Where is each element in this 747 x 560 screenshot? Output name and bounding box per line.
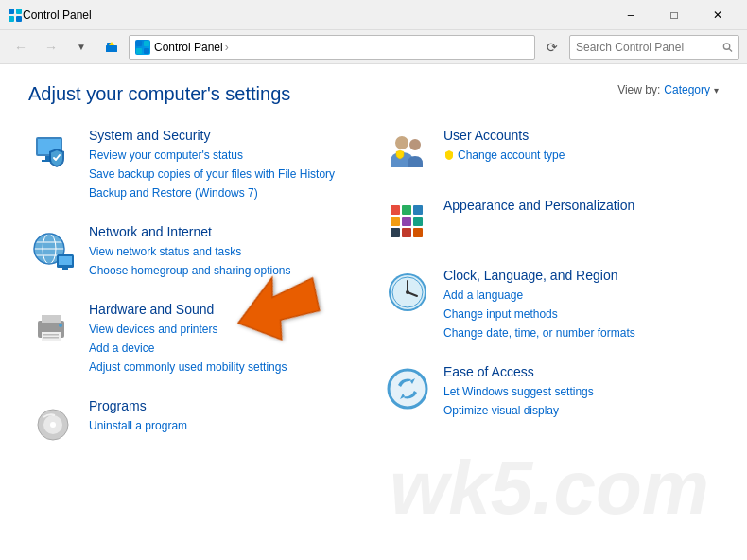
clock-language-link-1[interactable]: Add a language: [443, 287, 719, 304]
programs-icon: [28, 398, 78, 447]
network-internet-icon: [28, 224, 78, 273]
hardware-sound-text: Hardware and Sound View devices and prin…: [89, 302, 364, 377]
programs-link-1[interactable]: Uninstall a program: [89, 417, 364, 434]
system-security-title[interactable]: System and Security: [89, 128, 364, 143]
ease-of-access-item: Ease of Access Let Windows suggest setti…: [383, 364, 719, 421]
system-security-icon: [28, 128, 78, 177]
search-bar[interactable]: [569, 35, 739, 60]
address-icon: [135, 40, 150, 55]
network-internet-link-2[interactable]: Choose homegroup and sharing options: [89, 262, 364, 279]
left-column: System and Security Review your computer…: [28, 128, 364, 468]
appearance-icon: [383, 198, 432, 247]
hardware-sound-item: Hardware and Sound View devices and prin…: [28, 302, 364, 377]
view-by-value[interactable]: Category: [664, 83, 710, 96]
user-accounts-link-1[interactable]: Change account type: [443, 147, 719, 164]
clock-language-item: Clock, Language, and Region Add a langua…: [383, 268, 719, 343]
user-accounts-title[interactable]: User Accounts: [443, 128, 719, 143]
svg-rect-25: [62, 268, 68, 270]
user-accounts-icon: [383, 128, 432, 177]
system-security-link-1[interactable]: Review your computer's status: [89, 147, 364, 164]
back-button[interactable]: ←: [8, 34, 34, 61]
svg-rect-5: [106, 45, 117, 52]
hardware-sound-link-1[interactable]: View devices and printers: [89, 321, 364, 338]
network-internet-title[interactable]: Network and Internet: [89, 224, 364, 239]
svg-rect-8: [144, 41, 149, 46]
refresh-button[interactable]: ⟳: [539, 34, 565, 61]
search-icon: [722, 42, 733, 53]
system-security-item: System and Security Review your computer…: [28, 128, 364, 203]
svg-line-12: [729, 48, 732, 51]
window-title: Control Panel: [23, 9, 609, 22]
window-controls: – □ ✕: [609, 0, 739, 30]
svg-rect-41: [391, 217, 400, 226]
svg-rect-27: [42, 315, 61, 323]
appearance-text: Appearance and Personalization: [443, 198, 719, 217]
clock-language-link-3[interactable]: Change date, time, or number formats: [443, 324, 719, 341]
svg-rect-44: [391, 228, 400, 237]
network-internet-link-1[interactable]: View network status and tasks: [89, 243, 364, 260]
hardware-sound-link-3[interactable]: Adjust commonly used mobility settings: [89, 359, 364, 376]
network-internet-item: Network and Internet View network status…: [28, 224, 364, 281]
system-security-text: System and Security Review your computer…: [89, 128, 364, 203]
clock-language-link-2[interactable]: Change input methods: [443, 306, 719, 323]
maximize-button[interactable]: □: [652, 0, 696, 30]
programs-text: Programs Uninstall a program: [89, 398, 364, 436]
ease-of-access-link-1[interactable]: Let Windows suggest settings: [443, 383, 719, 400]
svg-rect-39: [402, 205, 411, 215]
address-bar[interactable]: Control Panel ›: [129, 35, 535, 60]
svg-rect-2: [9, 16, 14, 22]
svg-point-37: [409, 139, 421, 150]
ease-of-access-link-2[interactable]: Optimize visual display: [443, 402, 719, 419]
page-header: Adjust your computer's settings View by:…: [28, 83, 719, 105]
svg-rect-24: [59, 256, 72, 265]
hardware-sound-icon: [28, 302, 78, 351]
main-content: wk5.com Adjust your computer's settings …: [0, 64, 747, 560]
svg-rect-10: [144, 48, 149, 54]
up-button[interactable]: [98, 34, 125, 61]
svg-point-11: [723, 43, 729, 48]
hardware-sound-title[interactable]: Hardware and Sound: [89, 302, 364, 317]
hardware-sound-link-2[interactable]: Add a device: [89, 340, 364, 357]
shield-small-icon: [443, 149, 455, 161]
close-button[interactable]: ✕: [696, 0, 739, 30]
address-path: Control Panel ›: [154, 41, 229, 54]
clock-language-title[interactable]: Clock, Language, and Region: [443, 268, 719, 283]
svg-rect-40: [413, 205, 423, 215]
right-column: User Accounts Change account type: [383, 128, 719, 468]
clock-language-icon: [383, 268, 432, 317]
view-by-chevron: ▾: [714, 85, 719, 96]
svg-rect-43: [413, 217, 423, 226]
svg-rect-45: [402, 228, 411, 237]
settings-grid: System and Security Review your computer…: [28, 128, 719, 468]
svg-rect-30: [43, 337, 59, 339]
system-security-link-3[interactable]: Backup and Restore (Windows 7): [89, 184, 364, 201]
user-accounts-item: User Accounts Change account type: [383, 128, 719, 177]
view-by: View by: Category ▾: [617, 83, 719, 96]
view-by-label: View by:: [617, 83, 660, 96]
svg-point-52: [406, 290, 409, 294]
appearance-title[interactable]: Appearance and Personalization: [443, 198, 719, 213]
svg-point-34: [50, 422, 56, 428]
clock-language-text: Clock, Language, and Region Add a langua…: [443, 268, 719, 343]
svg-rect-1: [16, 9, 22, 14]
minimize-button[interactable]: –: [609, 0, 652, 30]
network-internet-text: Network and Internet View network status…: [89, 224, 364, 281]
svg-rect-3: [16, 16, 22, 22]
svg-rect-42: [402, 217, 411, 226]
programs-title[interactable]: Programs: [89, 398, 364, 413]
programs-item: Programs Uninstall a program: [28, 398, 364, 447]
appearance-item: Appearance and Personalization: [383, 198, 719, 247]
svg-rect-7: [136, 41, 142, 46]
ease-of-access-text: Ease of Access Let Windows suggest setti…: [443, 364, 719, 421]
svg-point-31: [59, 324, 62, 327]
svg-rect-29: [43, 334, 59, 336]
ease-of-access-title[interactable]: Ease of Access: [443, 364, 719, 379]
svg-rect-38: [391, 205, 400, 215]
recent-locations-button[interactable]: ▼: [68, 34, 95, 61]
ease-of-access-icon: [383, 364, 432, 413]
svg-rect-46: [413, 228, 423, 237]
svg-rect-9: [136, 48, 142, 54]
system-security-link-2[interactable]: Save backup copies of your files with Fi…: [89, 166, 364, 183]
forward-button[interactable]: →: [38, 34, 64, 61]
search-input[interactable]: [576, 41, 719, 54]
